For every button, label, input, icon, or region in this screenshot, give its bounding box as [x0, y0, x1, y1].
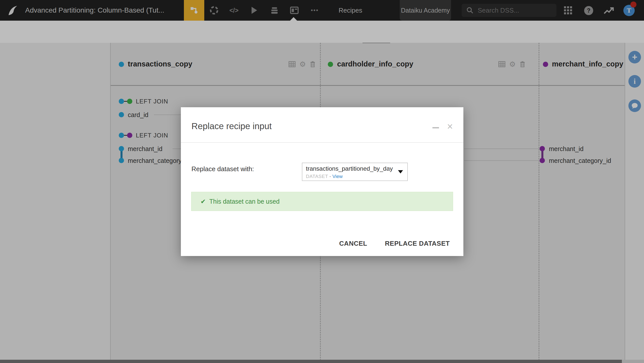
dropdown-selected-value: transactions_partitioned_by_day	[306, 165, 393, 172]
modal-title: Replace recipe input	[191, 121, 272, 131]
cancel-button[interactable]: CANCEL	[337, 237, 370, 250]
replace-recipe-input-modal: Replace recipe input × Replace dataset w…	[181, 107, 463, 256]
close-glyph: ×	[447, 121, 453, 132]
replace-dataset-button[interactable]: REPLACE DATASET	[381, 237, 454, 250]
dropdown-caret-icon	[398, 170, 403, 173]
dataset-valid-alert: ✔ This dataset can be used	[191, 192, 453, 211]
minimize-icon[interactable]	[432, 127, 439, 128]
dropdown-item-type: DATASET	[306, 174, 328, 179]
dropdown-dash: -	[330, 174, 333, 179]
dropdown-subtext: DATASET - View	[306, 174, 343, 179]
dataset-dropdown[interactable]: transactions_partitioned_by_day DATASET …	[302, 163, 408, 181]
alert-message: This dataset can be used	[209, 198, 279, 205]
close-icon[interactable]: ×	[447, 121, 453, 131]
modal-header-divider	[181, 142, 463, 143]
view-link[interactable]: View	[332, 174, 343, 179]
replace-dataset-label: Replace dataset with:	[191, 165, 254, 173]
check-icon: ✔	[200, 198, 206, 205]
